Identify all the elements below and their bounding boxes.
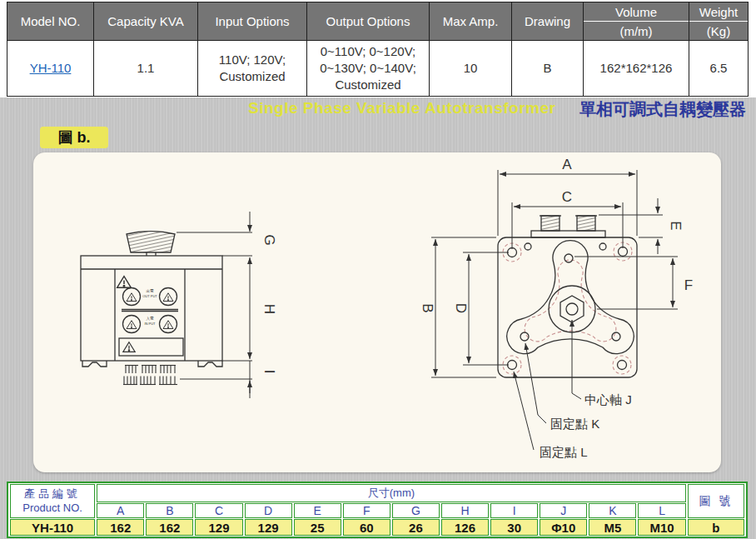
annotation-center-axis: 中心軸 J bbox=[584, 392, 632, 407]
col-header-k: K bbox=[589, 503, 636, 518]
header-capacity: Capacity KVA bbox=[94, 2, 198, 41]
knob-icon bbox=[127, 232, 175, 252]
page-title-zh: 單相可調式自耦變壓器 bbox=[579, 98, 746, 121]
col-header-g: G bbox=[392, 503, 440, 518]
input-line-1: 110V; 120V; bbox=[198, 52, 306, 68]
col-header-c: C bbox=[195, 503, 242, 518]
right-foot bbox=[198, 361, 222, 367]
col-header-e: E bbox=[294, 503, 341, 518]
dimension-label-a: A bbox=[562, 157, 572, 172]
warning-triangle-icon bbox=[123, 342, 135, 352]
output-line-3: Customized bbox=[307, 77, 429, 93]
cell-weight: 6.5 bbox=[689, 41, 749, 97]
product-no-en: Product NO. bbox=[11, 502, 94, 515]
dimension-label-b: B bbox=[420, 303, 435, 312]
col-header-f: F bbox=[343, 503, 390, 518]
dimension-label-c: C bbox=[562, 189, 572, 205]
header-model-label: Model NO. bbox=[21, 14, 81, 28]
header-volume: Volume (m/m) bbox=[584, 2, 689, 41]
value-i: 30 bbox=[490, 519, 538, 536]
spec-table: Model NO. Capacity KVA Input Options Out… bbox=[7, 2, 749, 97]
col-header-j: J bbox=[540, 503, 587, 518]
figure-tag: 圖 b. bbox=[40, 127, 108, 148]
model-link[interactable]: YH-110 bbox=[30, 61, 72, 75]
col-header-i: I bbox=[490, 503, 538, 518]
dimension-label-f: F bbox=[684, 277, 693, 293]
header-capacity-label: Capacity KVA bbox=[107, 14, 183, 28]
header-max-amp-label: Max Amp. bbox=[443, 14, 499, 28]
col-header-d: D bbox=[245, 503, 292, 518]
spec-data-row: YH-110 1.1 110V; 120V; Customized 0~110V… bbox=[7, 41, 749, 97]
top-view-dimensions bbox=[431, 170, 678, 377]
value-a: 162 bbox=[97, 519, 144, 536]
cell-model: YH-110 bbox=[7, 41, 94, 97]
terminal-knob-icon bbox=[577, 216, 595, 231]
size-header: 尺寸(mm) bbox=[97, 484, 685, 502]
dimension-label-d: D bbox=[453, 303, 469, 313]
output-line-2: 0~130V; 0~140V; bbox=[307, 60, 429, 77]
page-title-en: Single Phase Variable Autotransformer bbox=[248, 99, 555, 117]
product-no-zh: 產品編號 bbox=[11, 487, 94, 501]
front-out-en: OUT PUT bbox=[142, 294, 157, 298]
value-l: M10 bbox=[638, 519, 685, 536]
value-k: M5 bbox=[589, 519, 636, 536]
dimension-label-e: E bbox=[668, 221, 684, 230]
top-view-drawing bbox=[498, 216, 637, 377]
col-header-a: A bbox=[97, 503, 144, 518]
cell-drawing: B bbox=[512, 41, 584, 97]
warning-triangle-icon bbox=[127, 293, 137, 302]
front-out-zh: 出電 bbox=[147, 289, 155, 293]
warning-triangle-icon bbox=[127, 321, 137, 329]
drawing-panel: 出電 OUT PUT 入電 IN PUT G H I bbox=[33, 152, 721, 472]
output-line-1: 0~110V; 0~120V; bbox=[307, 43, 429, 60]
figure-no-header: 圖 號 bbox=[688, 484, 744, 518]
annotation-fixing-l: 固定點 L bbox=[540, 445, 588, 459]
cell-max-amp: 10 bbox=[430, 41, 512, 97]
cell-output: 0~110V; 0~120V; 0~130V; 0~140V; Customiz… bbox=[307, 41, 430, 97]
value-fig: b bbox=[688, 519, 744, 536]
value-g: 26 bbox=[392, 519, 440, 536]
dimension-label-h: H bbox=[261, 304, 277, 314]
cell-volume: 162*162*126 bbox=[584, 41, 689, 97]
header-output: Output Options bbox=[307, 2, 430, 41]
cell-capacity: 1.1 bbox=[94, 41, 198, 97]
rotor bbox=[507, 241, 634, 354]
annotation-fixing-k: 固定點 K bbox=[550, 417, 599, 431]
value-f: 60 bbox=[343, 519, 390, 536]
front-in-en: IN PUT bbox=[144, 322, 156, 326]
dimension-table: 產品編號 Product NO. 尺寸(mm) 圖 號 A B C D E F … bbox=[7, 482, 748, 538]
header-input: Input Options bbox=[198, 2, 307, 41]
technical-drawing: 出電 OUT PUT 入電 IN PUT G H I bbox=[33, 152, 721, 472]
left-foot bbox=[82, 361, 107, 367]
header-output-label: Output Options bbox=[326, 14, 410, 28]
header-volume-label: Volume bbox=[584, 2, 689, 21]
dims-header-row-1: 產品編號 Product NO. 尺寸(mm) 圖 號 bbox=[10, 484, 744, 502]
header-drawing: Drawing bbox=[512, 2, 584, 41]
header-input-label: Input Options bbox=[215, 14, 289, 28]
col-header-b: B bbox=[146, 503, 193, 518]
cell-input: 110V; 120V; Customized bbox=[198, 41, 307, 97]
dimension-label-i: I bbox=[261, 370, 277, 374]
header-volume-unit: (m/m) bbox=[584, 21, 689, 40]
header-weight-unit: (Kg) bbox=[689, 21, 748, 40]
input-line-2: Customized bbox=[198, 68, 306, 85]
header-weight-label: Weight bbox=[689, 2, 748, 21]
dims-header-row-2: A B C D E F G H I J K L bbox=[10, 503, 744, 518]
header-weight: Weight (Kg) bbox=[689, 2, 749, 41]
transformer-body bbox=[81, 256, 222, 361]
product-no-header: 產品編號 Product NO. bbox=[10, 484, 95, 518]
header-drawing-label: Drawing bbox=[525, 14, 570, 28]
terminal-knob-icon bbox=[541, 216, 560, 231]
value-e: 25 bbox=[294, 519, 341, 536]
value-j: Φ10 bbox=[540, 519, 587, 536]
value-d: 129 bbox=[245, 519, 292, 536]
front-view-dimensions bbox=[177, 212, 252, 398]
value-product: YH-110 bbox=[10, 519, 95, 536]
header-model: Model NO. bbox=[7, 2, 94, 41]
center-hex-nut bbox=[560, 296, 584, 322]
value-b: 162 bbox=[146, 519, 193, 536]
terminal-strips bbox=[123, 366, 177, 385]
value-c: 129 bbox=[195, 519, 242, 536]
front-view-drawing bbox=[81, 232, 222, 385]
dimension-label-g: G bbox=[261, 234, 277, 245]
